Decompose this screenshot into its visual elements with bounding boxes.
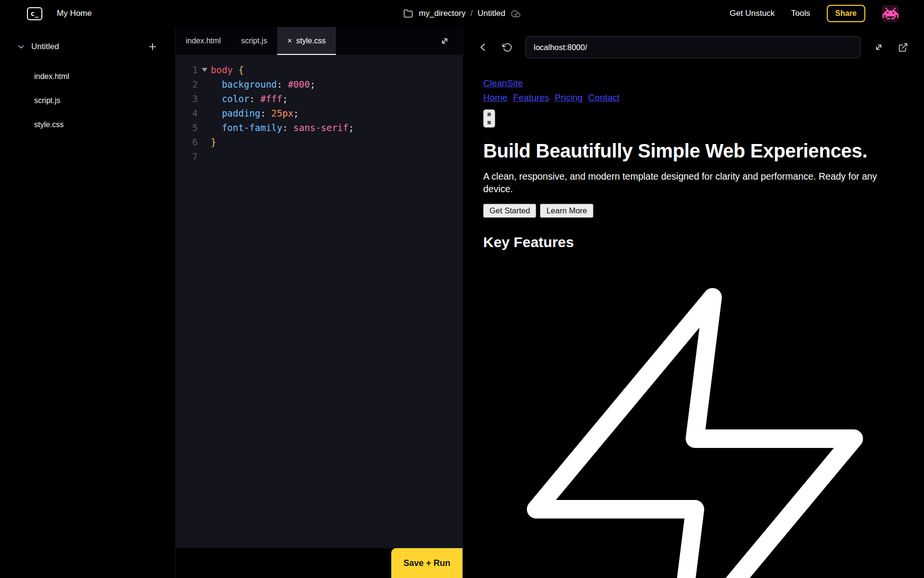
tools-button[interactable]: Tools: [791, 9, 810, 18]
file-list: index.html script.js style.css: [0, 65, 175, 137]
code-line: 6 }: [176, 135, 462, 149]
expand-preview-button[interactable]: [873, 41, 885, 53]
preview-page: CleanSite Home Features Pricing Contact …: [463, 67, 924, 578]
editor-bottombar: Save + Run: [176, 548, 462, 578]
editor-panel: index.html script.js × style.css 1 body …: [175, 27, 462, 578]
share-button[interactable]: Share: [827, 5, 865, 22]
editor-tabbar: index.html script.js × style.css: [176, 27, 462, 55]
file-sidebar: Untitled index.html script.js style.css: [0, 27, 175, 578]
get-unstuck-button[interactable]: Get Unstuck: [730, 9, 775, 18]
app-root: c_ My Home my_directory / Untitled Get U…: [0, 0, 924, 578]
back-button[interactable]: [477, 41, 489, 53]
topbar-right: Get Unstuck Tools Share: [730, 5, 899, 22]
line-number: 4: [176, 106, 198, 120]
lightning-bolt-icon: [483, 262, 907, 578]
tab-label: style.css: [296, 37, 326, 45]
glyph-icon: [488, 121, 491, 124]
site-nav: Home Features Pricing Contact: [483, 92, 904, 103]
hero-heading: Build Beautifully Simple Web Experiences…: [483, 140, 904, 162]
breadcrumb-folder: my_directory: [419, 9, 465, 18]
line-number: 2: [176, 77, 198, 92]
learn-more-button[interactable]: Learn More: [540, 204, 593, 218]
nav-link-home[interactable]: Home: [483, 92, 508, 103]
codedex-logo[interactable]: c_: [27, 7, 42, 20]
file-item-script-js[interactable]: script.js: [0, 89, 175, 113]
tab-index-html[interactable]: index.html: [176, 27, 231, 55]
folder-icon: [402, 8, 414, 19]
preview-panel: CleanSite Home Features Pricing Contact …: [462, 27, 924, 578]
hero-buttons: Get Started Learn More: [483, 204, 904, 218]
add-file-button[interactable]: [147, 41, 158, 52]
code-line: 3 color: #fff;: [176, 92, 462, 106]
code-line: 5 font-family: sans-serif;: [176, 120, 462, 135]
fold-arrow-icon[interactable]: [198, 63, 211, 77]
line-number: 1: [176, 63, 198, 77]
unstyled-widget-button[interactable]: [483, 109, 495, 128]
line-number: 7: [176, 149, 198, 164]
nav-link-pricing[interactable]: Pricing: [555, 92, 583, 103]
code-line: 7: [176, 149, 462, 164]
logo-letter: c: [31, 10, 35, 17]
url-input[interactable]: [526, 36, 860, 58]
code-editor[interactable]: 1 body { 2 background: #000; 3 color: #f…: [176, 55, 462, 548]
project-header[interactable]: Untitled: [0, 37, 175, 57]
save-run-button[interactable]: Save + Run: [391, 548, 462, 578]
breadcrumb-file: Untitled: [477, 9, 505, 18]
cloud-saved-icon: [510, 8, 522, 19]
logo-box-icon: c_: [27, 7, 42, 20]
tab-label: index.html: [186, 37, 221, 45]
open-external-icon[interactable]: [897, 41, 909, 53]
code-line: 2 background: #000;: [176, 77, 462, 92]
nav-link-features[interactable]: Features: [513, 92, 549, 103]
file-item-style-css[interactable]: style.css: [0, 113, 175, 137]
topbar: c_ My Home my_directory / Untitled Get U…: [0, 0, 924, 27]
get-started-button[interactable]: Get Started: [483, 204, 536, 218]
refresh-icon[interactable]: [501, 41, 513, 53]
tab-style-css[interactable]: × style.css: [277, 27, 336, 55]
logo-underscore: _: [35, 10, 38, 17]
brand-link[interactable]: CleanSite: [483, 78, 523, 89]
tab-script-js[interactable]: script.js: [231, 27, 277, 55]
expand-editor-button[interactable]: [439, 27, 450, 55]
tab-label: script.js: [241, 37, 267, 45]
nav-link-contact[interactable]: Contact: [588, 92, 619, 103]
my-home-link[interactable]: My Home: [57, 9, 92, 18]
hero-subtext: A clean, responsive, and modern template…: [483, 171, 904, 195]
breadcrumb[interactable]: my_directory / Untitled: [402, 8, 522, 19]
project-name: Untitled: [31, 42, 59, 52]
chevron-down-icon[interactable]: [17, 43, 25, 51]
code-line: 1 body {: [176, 63, 462, 77]
main-area: Untitled index.html script.js style.css …: [0, 27, 924, 578]
breadcrumb-separator: /: [470, 9, 473, 18]
line-number: 6: [176, 135, 198, 149]
close-icon[interactable]: ×: [287, 37, 292, 45]
line-number: 3: [176, 92, 198, 106]
avatar[interactable]: [882, 5, 899, 22]
file-item-index-html[interactable]: index.html: [0, 65, 175, 89]
preview-toolbar: [463, 27, 924, 67]
glyph-icon: [488, 113, 491, 116]
features-heading: Key Features: [483, 234, 904, 250]
line-number: 5: [176, 120, 198, 135]
avatar-pixel: [883, 8, 884, 9]
code-line: 4 padding: 25px;: [176, 106, 462, 120]
